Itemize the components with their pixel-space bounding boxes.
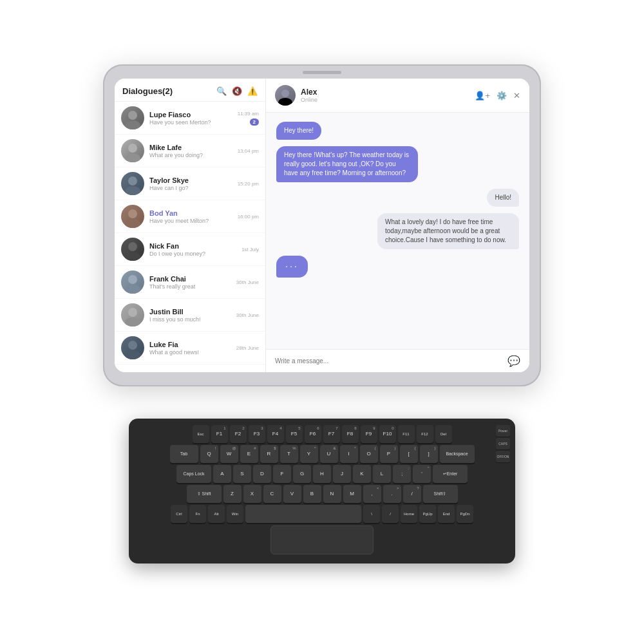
key-onoff[interactable]: OFF/ON <box>496 451 510 462</box>
key-shift-r[interactable]: Shift⇧ <box>423 485 458 503</box>
key-comma[interactable]: <, <box>363 485 381 503</box>
contact-item-bod[interactable]: Bod Yan Have you meet Milton? 16:00 pm <box>115 200 265 233</box>
key-home[interactable]: Home <box>401 505 417 523</box>
keyboard-row-shift: ⇧ Shift Z X C V B N M <, >. ?/ Shift⇧ <box>137 485 507 503</box>
message-3: Hello! <box>487 189 519 207</box>
key-k[interactable]: K <box>353 465 371 483</box>
key-i[interactable]: *I <box>340 445 358 463</box>
contact-item-justin[interactable]: Justin Bill I miss you so much! 30th Jun… <box>115 299 265 332</box>
key-esc[interactable]: Esc <box>193 425 209 443</box>
key-f11[interactable]: F11 <box>398 425 415 443</box>
bubble-received-1: Hello! <box>487 189 519 207</box>
key-win-l[interactable]: Win <box>227 505 243 523</box>
key-z[interactable]: Z <box>223 485 242 503</box>
key-pgup[interactable]: PgUp <box>419 505 436 523</box>
key-o[interactable]: (O <box>360 445 378 463</box>
dialogues-title: Dialogues(2) <box>122 86 173 96</box>
key-slash-r[interactable]: / <box>382 505 399 523</box>
key-f9[interactable]: 9F9 <box>361 425 377 443</box>
key-b[interactable]: B <box>303 485 321 503</box>
key-caps[interactable]: Caps Lock <box>176 465 211 483</box>
key-y[interactable]: ^Y <box>300 445 318 463</box>
contact-info-nick: Nick Fan Do I owe you money? <box>149 242 239 257</box>
key-a[interactable]: A <box>213 465 231 483</box>
left-header-icons: 🔍 🔇 ⚠️ <box>216 86 258 96</box>
contact-item-lupe[interactable]: Lupe Fiasco Have you seen Merton? 11:39 … <box>115 102 265 135</box>
key-t[interactable]: %T <box>280 445 298 463</box>
contact-item-mike[interactable]: Mike Lafe What are you doing? 13:04 pm <box>115 135 265 167</box>
key-f4[interactable]: 4F4 <box>267 425 284 443</box>
key-w[interactable]: @W <box>220 445 238 463</box>
key-f12[interactable]: F12 <box>417 425 433 443</box>
avatar-bod <box>121 205 144 228</box>
key-shift-l[interactable]: ⇧ Shift <box>187 485 222 503</box>
mic-off-icon[interactable]: 🔇 <box>232 86 242 96</box>
key-p[interactable]: )P <box>380 445 398 463</box>
key-r[interactable]: $R <box>260 445 278 463</box>
key-f1[interactable]: 1F1 <box>211 425 228 443</box>
close-icon[interactable]: ✕ <box>513 91 520 100</box>
key-alt-l[interactable]: Alt <box>208 505 225 523</box>
key-l[interactable]: L <box>373 465 391 483</box>
key-f8[interactable]: 8F8 <box>342 425 359 443</box>
key-f[interactable]: F <box>273 465 291 483</box>
key-j[interactable]: J <box>333 465 351 483</box>
chat-status: Online <box>301 97 475 103</box>
alert-icon[interactable]: ⚠️ <box>247 86 258 96</box>
key-q[interactable]: !Q <box>200 445 218 463</box>
key-power[interactable]: Power <box>496 425 510 437</box>
settings-icon[interactable]: ⚙️ <box>497 91 507 100</box>
key-s[interactable]: S <box>233 465 251 483</box>
contact-item-luke[interactable]: Luke Fia What a good news! 28th June <box>115 332 265 365</box>
key-d[interactable]: D <box>253 465 271 483</box>
contact-time-lupe: 11:39 am <box>238 111 259 117</box>
key-f10[interactable]: 0F10 <box>379 425 396 443</box>
key-tab[interactable]: Tab <box>170 445 198 463</box>
key-period[interactable]: >. <box>383 485 401 503</box>
message-input[interactable] <box>275 357 507 365</box>
contact-meta-justin: 30th June <box>236 312 259 318</box>
key-g[interactable]: G <box>293 465 311 483</box>
key-semicolon[interactable]: :; <box>393 465 411 483</box>
add-user-icon[interactable]: 👤+ <box>475 91 490 100</box>
key-e[interactable]: #E <box>240 445 258 463</box>
chat-header-icons: 👤+ ⚙️ ✕ <box>475 91 520 100</box>
key-x[interactable]: X <box>243 485 261 503</box>
key-f6[interactable]: 6F6 <box>305 425 321 443</box>
key-v[interactable]: V <box>283 485 301 503</box>
key-n[interactable]: N <box>323 485 341 503</box>
key-ctrl-l[interactable]: Ctrl <box>171 505 187 523</box>
key-f2[interactable]: 2F2 <box>230 425 247 443</box>
key-enter[interactable]: ↵Enter <box>433 465 468 483</box>
key-space[interactable] <box>245 505 361 523</box>
right-panel: Alex Online 👤+ ⚙️ ✕ Hey there! <box>266 79 529 372</box>
search-icon[interactable]: 🔍 <box>216 86 227 96</box>
svg-point-10 <box>128 275 137 284</box>
key-f7[interactable]: 7F7 <box>323 425 340 443</box>
contact-item-nick[interactable]: Nick Fan Do I owe you money? 1st July <box>115 233 265 266</box>
key-backspace[interactable]: Backspace <box>440 445 475 463</box>
bubble-received-2: What a lovely day! I do have free time t… <box>377 213 519 249</box>
key-backslash[interactable]: \ <box>363 505 380 523</box>
send-icon[interactable]: 💬 <box>507 355 520 367</box>
key-f3[interactable]: 3F3 <box>249 425 265 443</box>
key-backspace-top[interactable]: Del <box>435 425 452 443</box>
contact-meta-frank: 30th June <box>236 279 259 285</box>
key-h[interactable]: H <box>313 465 331 483</box>
key-quote[interactable]: "' <box>413 465 431 483</box>
key-fn[interactable]: Fn <box>189 505 206 523</box>
key-bracket-r[interactable]: }] <box>420 445 438 463</box>
key-f5[interactable]: 5F5 <box>286 425 303 443</box>
contact-item-taylor[interactable]: Taylor Skye Have can I go? 15:20 pm <box>115 167 265 200</box>
key-bracket-l[interactable]: {[ <box>400 445 418 463</box>
keyboard-touchpad[interactable] <box>270 526 374 554</box>
contact-meta-luke: 28th June <box>236 345 259 351</box>
key-caps-led[interactable]: CAPS <box>496 438 510 450</box>
key-m[interactable]: M <box>343 485 361 503</box>
key-u[interactable]: &U <box>320 445 338 463</box>
key-slash[interactable]: ?/ <box>403 485 421 503</box>
key-pgdn[interactable]: PgDn <box>457 505 473 523</box>
key-c[interactable]: C <box>263 485 281 503</box>
key-end[interactable]: End <box>438 505 455 523</box>
contact-item-frank[interactable]: Frank Chai That's really great 30th June <box>115 266 265 299</box>
